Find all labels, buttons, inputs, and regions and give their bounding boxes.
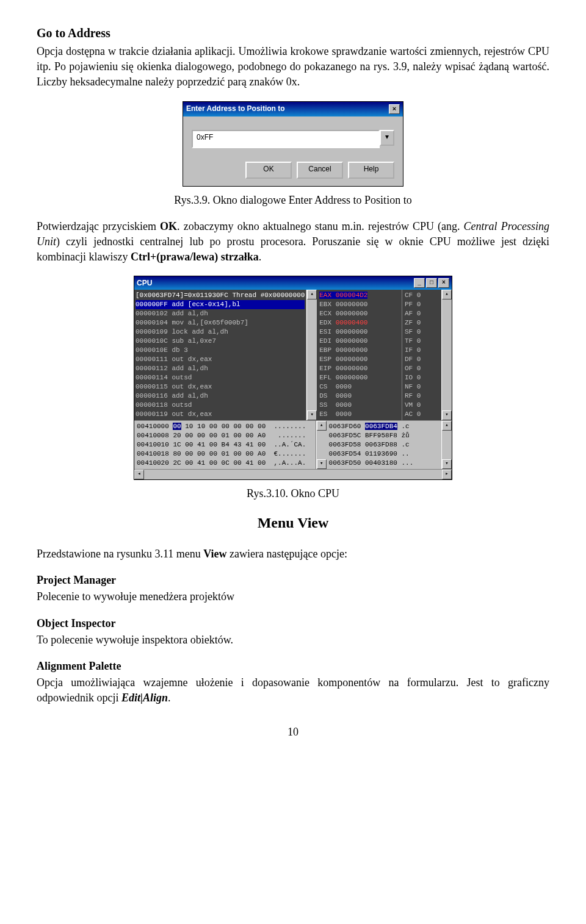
hexdump-row[interactable]: 00410010 1C 00 41 00 B4 43 41 00 ..A.´CA…	[137, 440, 313, 449]
register-row[interactable]: EDX 00000400	[319, 318, 399, 328]
disasm-row[interactable]: 0000010C sub al,0xe7	[136, 337, 305, 346]
flag-row[interactable]: SF 0	[405, 328, 439, 337]
flag-row[interactable]: AC 0	[405, 410, 439, 419]
flag-row[interactable]: IO 0	[405, 373, 439, 382]
stack-scrollbar[interactable]: ▴ ▾	[441, 421, 452, 469]
flags-pane[interactable]: CF 0PF 0AF 0ZF 0SF 0TF 0IF 0DF 0OF 0IO 0…	[402, 290, 441, 420]
scroll-left-icon[interactable]: ◂	[134, 470, 144, 479]
register-row[interactable]: EIP 00000000	[319, 364, 399, 373]
scroll-down-icon[interactable]: ▾	[307, 410, 317, 420]
cpu-sysbuttons: _ □ ×	[414, 278, 449, 288]
scroll-up-icon[interactable]: ▴	[317, 421, 327, 431]
section-object-inspector: Object Inspector	[37, 616, 549, 631]
disasm-row[interactable]: 00000116 add al,dh	[136, 392, 305, 401]
scroll-up-icon[interactable]: ▴	[442, 421, 452, 431]
figure-caption-39: Rys.3.9. Okno dialogowe Enter Address to…	[37, 193, 549, 208]
flag-row[interactable]: TF 0	[405, 337, 439, 346]
disasm-row[interactable]: 00000102 add al,dh	[136, 309, 305, 318]
dialog-titlebar: Enter Address to Position to ×	[183, 102, 403, 116]
cpu-top-pane: [0x0063FD74]=0x011930FC Thread #0x000000…	[134, 290, 452, 421]
disasm-row[interactable]: 000000FF add [ecx-0x14],bl	[136, 300, 305, 309]
register-row[interactable]: EBX 00000000	[319, 300, 399, 309]
flags-scrollbar[interactable]: ▴ ▾	[441, 290, 452, 420]
disasm-row[interactable]: 00000104 mov al,[0x65f000b7]	[136, 318, 305, 328]
stack-pane[interactable]: 0063FD60 0063FDB4 .c0063FD5C BFF958F8 żů…	[327, 421, 441, 469]
flag-row[interactable]: CF 0	[405, 291, 439, 300]
flag-row[interactable]: ZF 0	[405, 318, 439, 328]
horizontal-scrollbar[interactable]: ◂ ▸	[134, 469, 452, 479]
disasm-row[interactable]: 00000119 out dx,eax	[136, 410, 305, 419]
dialog-body: 0xFF ▾ OK Cancel Help	[183, 116, 403, 186]
hex-scrollbar[interactable]: ▴ ▾	[316, 421, 327, 469]
disasm-row[interactable]: 00000118 outsd	[136, 401, 305, 410]
flag-row[interactable]: OF 0	[405, 364, 439, 373]
scroll-down-icon[interactable]: ▾	[442, 410, 452, 420]
scroll-right-icon[interactable]: ▸	[442, 470, 452, 479]
address-input[interactable]: 0xFF	[192, 130, 380, 148]
section-body: To polecenie wywołuje inspektora obiektó…	[37, 632, 549, 648]
maximize-icon[interactable]: □	[426, 278, 437, 288]
flag-row[interactable]: RF 0	[405, 392, 439, 401]
disasm-header: [0x0063FD74]=0x011930FC Thread #0x000000…	[136, 291, 305, 300]
flag-row[interactable]: PF 0	[405, 300, 439, 309]
page-number: 10	[37, 725, 549, 740]
menu-view-heading: Menu View	[37, 513, 549, 534]
cpu-titlebar: CPU _ □ ×	[134, 276, 452, 290]
section-alignment-palette: Alignment Palette	[37, 659, 549, 674]
cpu-window: CPU _ □ × [0x0063FD74]=0x011930FC Thread…	[134, 276, 452, 480]
disassembly-pane[interactable]: [0x0063FD74]=0x011930FC Thread #0x000000…	[134, 290, 306, 420]
flag-row[interactable]: AF 0	[405, 309, 439, 318]
register-row[interactable]: EBP 00000000	[319, 346, 399, 355]
stack-row[interactable]: 0063FD60 0063FDB4 .c	[329, 422, 439, 431]
section-body: Opcja umożliwiająca wzajemne ułożenie i …	[37, 675, 549, 706]
register-row[interactable]: ESI 00000000	[319, 328, 399, 337]
disasm-row[interactable]: 00000115 out dx,eax	[136, 382, 305, 392]
scroll-down-icon[interactable]: ▾	[317, 459, 327, 469]
paragraph-cpu: Potwierdzając przyciskiem OK. zobaczymy …	[37, 219, 549, 265]
flag-row[interactable]: NF 0	[405, 382, 439, 392]
ok-button[interactable]: OK	[245, 162, 292, 179]
disasm-row[interactable]: 00000111 out dx,eax	[136, 355, 305, 364]
scroll-up-icon[interactable]: ▴	[307, 290, 317, 299]
flag-row[interactable]: IF 0	[405, 346, 439, 355]
flag-row[interactable]: DF 0	[405, 355, 439, 364]
register-row[interactable]: EDI 00000000	[319, 337, 399, 346]
disasm-row[interactable]: 0000010E db 3	[136, 346, 305, 355]
minimize-icon[interactable]: _	[414, 278, 425, 288]
disasm-row[interactable]: 00000109 lock add al,dh	[136, 328, 305, 337]
disasm-row[interactable]: 00000114 outsd	[136, 373, 305, 382]
hexdump-row[interactable]: 00410000 00 10 10 00 00 00 00 00 .......…	[137, 422, 313, 431]
stack-row[interactable]: 0063FD58 0063FD88 .c	[329, 440, 439, 449]
registers-pane[interactable]: EAX 000004D2EBX 00000000ECX 00000000EDX …	[317, 290, 402, 420]
hexdump-row[interactable]: 00410018 80 00 00 00 01 00 00 A0 €......…	[137, 449, 313, 459]
register-row[interactable]: CS 0000	[319, 382, 399, 392]
register-row[interactable]: EAX 000004D2	[319, 291, 399, 300]
dialog-enter-address: Enter Address to Position to × 0xFF ▾ OK…	[183, 101, 403, 187]
section-go-to-address: Go to Address	[37, 24, 549, 41]
disasm-row[interactable]: 00000112 add al,dh	[136, 364, 305, 373]
scroll-up-icon[interactable]: ▴	[442, 290, 452, 299]
help-button[interactable]: Help	[348, 162, 394, 179]
cancel-button[interactable]: Cancel	[297, 162, 343, 179]
hexdump-row[interactable]: 00410020 2C 00 41 00 0C 00 41 00 ,.A...A…	[137, 459, 313, 468]
close-icon[interactable]: ×	[438, 278, 449, 288]
dropdown-icon[interactable]: ▾	[380, 130, 394, 146]
disasm-scrollbar[interactable]: ▴ ▾	[306, 290, 317, 420]
register-row[interactable]: DS 0000	[319, 392, 399, 401]
stack-row[interactable]: 0063FD50 00403180 ...	[329, 459, 439, 468]
hexdump-row[interactable]: 00410008 20 00 00 00 01 00 00 A0 .......	[137, 431, 313, 440]
close-icon[interactable]: ×	[389, 104, 400, 114]
stack-row[interactable]: 0063FD54 01193690 ..	[329, 449, 439, 459]
stack-row[interactable]: 0063FD5C BFF958F8 żů	[329, 431, 439, 440]
register-row[interactable]: ES 0000	[319, 410, 399, 419]
figure-caption-310: Rys.3.10. Okno CPU	[37, 486, 549, 501]
scroll-down-icon[interactable]: ▾	[442, 459, 452, 469]
register-row[interactable]: EFL 00000000	[319, 373, 399, 382]
register-row[interactable]: ECX 00000000	[319, 309, 399, 318]
flag-row[interactable]: VM 0	[405, 401, 439, 410]
hexdump-pane[interactable]: 00410000 00 10 10 00 00 00 00 00 .......…	[134, 421, 316, 469]
dialog-buttons: OK Cancel Help	[192, 162, 394, 179]
register-row[interactable]: ESP 00000000	[319, 355, 399, 364]
register-row[interactable]: SS 0000	[319, 401, 399, 410]
section-body: Polecenie to wywołuje menedżera projektó…	[37, 589, 549, 604]
